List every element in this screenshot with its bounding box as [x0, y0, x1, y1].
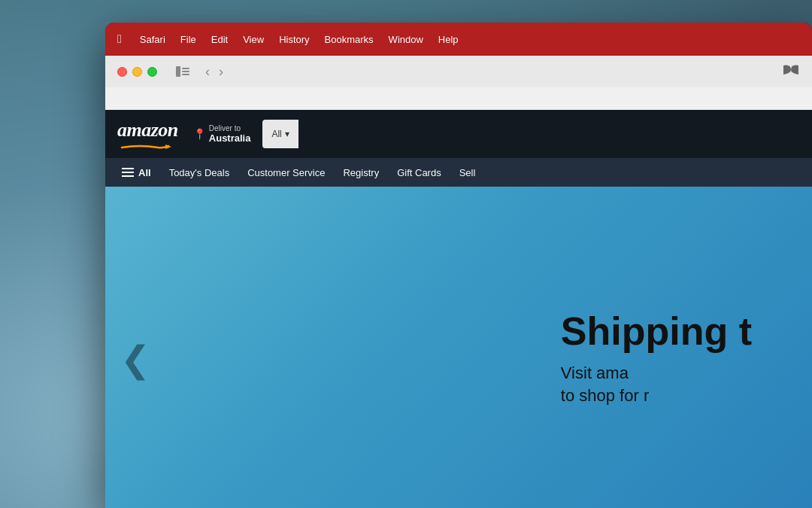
location-icon: 📍 — [193, 128, 206, 140]
amazon-hero: ❮ Shipping t Visit ama to shop for r — [105, 187, 812, 508]
hero-content: Shipping t Visit ama to shop for r — [561, 309, 752, 408]
subnav-customer-service[interactable]: Customer Service — [240, 164, 332, 181]
view-menu[interactable]: View — [243, 34, 264, 45]
deliver-label: Deliver to — [209, 124, 251, 132]
svg-rect-0 — [176, 66, 180, 77]
amazon-logo-text: amazon — [117, 120, 178, 140]
hero-subtitle-line1: Visit ama — [561, 361, 752, 385]
subnav-registry[interactable]: Registry — [335, 164, 386, 181]
safari-menu[interactable]: Safari — [140, 34, 165, 45]
subnav-gift-cards[interactable]: Gift Cards — [389, 164, 449, 181]
maximize-button[interactable] — [147, 67, 157, 77]
nav-arrows: ‹ › — [202, 65, 226, 78]
close-button[interactable] — [117, 67, 127, 77]
search-category-dropdown[interactable]: All ▾ — [262, 120, 298, 148]
history-menu[interactable]: History — [279, 34, 309, 45]
amazon-deliver-text: Deliver to Australia — [209, 124, 251, 144]
amazon-logo-arrow-container — [117, 140, 171, 148]
hero-subtitle: Visit ama to shop for r — [561, 361, 752, 408]
subnav-gift-cards-label: Gift Cards — [397, 167, 441, 178]
sidebar-toggle-button[interactable] — [172, 63, 193, 80]
file-menu[interactable]: File — [180, 34, 196, 45]
hamburger-icon — [122, 168, 134, 177]
subnav-customer-service-label: Customer Service — [247, 167, 325, 178]
amazon-logo[interactable]: amazon — [117, 120, 178, 148]
subnav-todays-deals-label: Today's Deals — [169, 167, 230, 178]
svg-rect-3 — [182, 74, 189, 75]
traffic-lights — [117, 67, 157, 77]
hero-left-arrow[interactable]: ❮ — [120, 338, 150, 380]
subnav-all[interactable]: All — [114, 164, 159, 181]
subnav-sell[interactable]: Sell — [452, 164, 483, 181]
hero-title-text: Shipping t — [561, 309, 752, 352]
amazon-search-bar: All ▾ — [262, 120, 638, 148]
window-menu[interactable]: Window — [389, 34, 423, 45]
subnav-all-label: All — [138, 167, 151, 178]
back-button[interactable]: ‹ — [202, 65, 213, 78]
screen-wrapper:  Safari File Edit View History Bookmark… — [105, 23, 812, 508]
apple-menu[interactable]:  — [117, 32, 122, 46]
subnav-sell-label: Sell — [459, 167, 476, 178]
subnav-todays-deals[interactable]: Today's Deals — [162, 164, 238, 181]
edit-menu[interactable]: Edit — [211, 34, 228, 45]
subnav-registry-label: Registry — [343, 167, 379, 178]
deliver-country: Australia — [209, 132, 251, 144]
svg-rect-1 — [182, 68, 189, 69]
search-category-label: All — [271, 129, 281, 139]
hero-subtitle-line2: to shop for r — [561, 385, 752, 408]
svg-rect-2 — [182, 71, 189, 72]
amazon-deliver[interactable]: 📍 Deliver to Australia — [193, 124, 251, 144]
minimize-button[interactable] — [132, 67, 142, 77]
reader-view-button[interactable] — [782, 64, 800, 79]
amazon-site: amazon 📍 Deliver to Australia — [105, 110, 812, 508]
search-category-arrow: ▾ — [285, 129, 289, 139]
amazon-topnav: amazon 📍 Deliver to Australia — [105, 110, 812, 158]
browser-chrome: ‹ › — [105, 56, 812, 110]
help-menu[interactable]: Help — [438, 34, 459, 45]
browser-toolbar — [105, 87, 812, 110]
bookmarks-menu[interactable]: Bookmarks — [325, 34, 374, 45]
macos-menubar:  Safari File Edit View History Bookmark… — [105, 23, 812, 56]
browser-titlebar: ‹ › — [105, 56, 812, 87]
amazon-subnav: All Today's Deals Customer Service Regis… — [105, 158, 812, 187]
hero-title: Shipping t — [561, 309, 752, 352]
forward-button[interactable]: › — [216, 65, 226, 78]
